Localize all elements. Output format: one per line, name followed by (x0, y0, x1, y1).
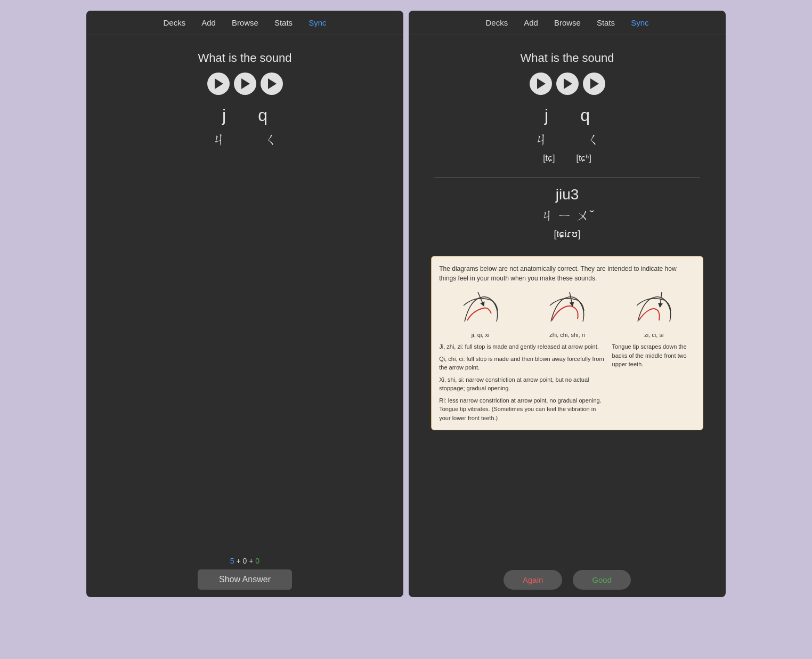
right-play-btn-1[interactable] (530, 73, 552, 95)
left-score-plus1: + (237, 557, 243, 565)
answer-section: jiu3 ㄐ ㄧ ㄨˇ [tɕiɾʊ] (540, 186, 594, 251)
left-card-title: What is the sound (198, 51, 291, 65)
right-bopomofo-row: ㄐ ㄑ (534, 130, 601, 150)
right-pinyin-q: q (580, 106, 590, 125)
nav-stats-left[interactable]: Stats (274, 18, 293, 27)
answer-divider (434, 177, 701, 178)
right-card-area: What is the sound j q ㄐ ㄑ [tɕ] [tɕʰ] jiu… (409, 35, 726, 562)
diagram-text-qi: Qi, chi, ci: full stop is made and then … (439, 355, 605, 372)
right-pinyin-row: j q (545, 106, 590, 125)
diagram-text-left: Ji, zhi, zi: full stop is made and gentl… (439, 342, 605, 422)
answer-bopomofo: ㄐ ㄧ ㄨˇ (540, 206, 594, 225)
right-play-btn-2[interactable] (556, 73, 579, 95)
diagram-zi: zi, ci, si (627, 290, 680, 338)
mouth-diagram-zi (627, 290, 680, 330)
left-card-area: What is the sound j q ㄐ ㄑ (86, 35, 403, 549)
nav-sync-right[interactable]: Sync (631, 18, 648, 27)
left-score-review: 0 (255, 557, 259, 565)
left-nav: Decks Add Browse Stats Sync (86, 11, 403, 35)
left-bopomofo-2: ㄑ (264, 130, 279, 150)
answer-buttons: Again Good (504, 570, 631, 590)
left-score-line: 5 + 0 + 0 (230, 557, 259, 565)
left-play-btn-3[interactable] (261, 73, 283, 95)
right-ipa-1: [tɕ] (543, 153, 555, 163)
diagram-zhi: zhi, chi, shi, ri (540, 290, 594, 338)
diagram-text-xi: Xi, shi, si: narrow constriction at arro… (439, 375, 605, 393)
nav-decks-right[interactable]: Decks (486, 18, 508, 27)
good-button[interactable]: Good (573, 570, 631, 590)
diagram-ji: ji, qi, xi (454, 290, 507, 338)
diagram-description: The diagrams below are not anatomically … (439, 264, 695, 283)
right-bottom-bar: Again Good (409, 562, 726, 597)
nav-add-left[interactable]: Add (201, 18, 216, 27)
diagram-text-right: Tongue tip scrapes down the backs of the… (612, 342, 695, 422)
diagram-label-zhi: zhi, chi, shi, ri (549, 332, 585, 338)
diagram-text-ri: Ri: less narrow constriction at arrow po… (439, 396, 605, 423)
right-bopomofo-2: ㄑ (586, 130, 601, 150)
left-score-plus2: + (249, 557, 255, 565)
screens-container: Decks Add Browse Stats Sync What is the … (86, 11, 726, 597)
mouth-diagram-ji (454, 290, 507, 330)
diagram-images: ji, qi, xi (439, 290, 695, 338)
left-play-btn-1[interactable] (207, 73, 230, 95)
left-pinyin-j: j (222, 106, 226, 125)
nav-sync-left[interactable]: Sync (308, 18, 326, 27)
nav-browse-right[interactable]: Browse (554, 18, 581, 27)
right-card-title: What is the sound (520, 51, 614, 65)
nav-decks-left[interactable]: Decks (164, 18, 186, 27)
left-bopomofo-1: ㄐ (212, 130, 226, 150)
left-play-btn-2[interactable] (234, 73, 256, 95)
right-play-btn-3[interactable] (583, 73, 605, 95)
diagram-label-ji: ji, qi, xi (472, 332, 490, 338)
nav-add-right[interactable]: Add (524, 18, 538, 27)
show-answer-button[interactable]: Show Answer (198, 569, 292, 590)
right-bopomofo-1: ㄐ (534, 130, 549, 150)
left-score-learn: 0 (243, 557, 247, 565)
diagram-box: The diagrams below are not anatomically … (431, 256, 703, 430)
right-pinyin-j: j (545, 106, 548, 125)
again-button[interactable]: Again (504, 570, 562, 590)
mouth-diagram-zhi (540, 290, 594, 330)
left-screen: Decks Add Browse Stats Sync What is the … (86, 11, 403, 597)
diagram-text-columns: Ji, zhi, zi: full stop is made and gentl… (439, 342, 695, 422)
left-pinyin-q: q (258, 106, 267, 125)
right-screen: Decks Add Browse Stats Sync What is the … (409, 11, 726, 597)
answer-ipa: [tɕiɾʊ] (554, 228, 580, 240)
nav-stats-right[interactable]: Stats (597, 18, 615, 27)
diagram-label-zi: zi, ci, si (644, 332, 663, 338)
left-bopomofo-row: ㄐ ㄑ (212, 130, 279, 150)
left-bottom-bar: 5 + 0 + 0 Show Answer (86, 549, 403, 597)
right-ipa-2: [tɕʰ] (576, 153, 591, 163)
diagram-text-tongue: Tongue tip scrapes down the backs of the… (612, 342, 695, 369)
left-pinyin-row: j q (222, 106, 267, 125)
right-play-buttons (530, 73, 605, 95)
left-score-new: 5 (230, 557, 234, 565)
diagram-text-ji: Ji, zhi, zi: full stop is made and gentl… (439, 342, 605, 351)
answer-pinyin: jiu3 (556, 186, 579, 203)
right-ipa-row: [tɕ] [tɕʰ] (543, 153, 591, 163)
left-play-buttons (207, 73, 283, 95)
right-nav: Decks Add Browse Stats Sync (409, 11, 726, 35)
nav-browse-left[interactable]: Browse (232, 18, 258, 27)
